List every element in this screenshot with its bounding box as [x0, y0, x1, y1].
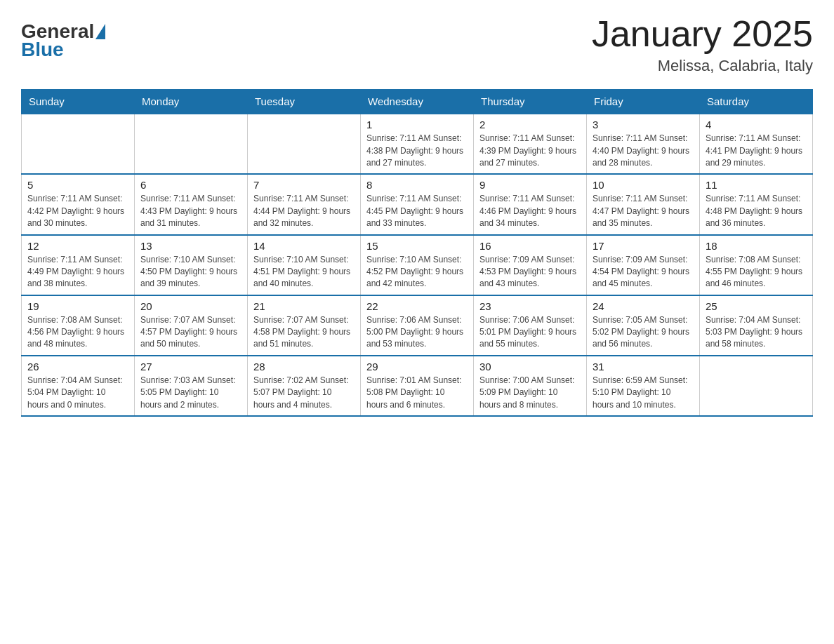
day-info: Sunrise: 7:10 AM Sunset: 4:50 PM Dayligh… [140, 254, 241, 290]
day-info: Sunrise: 7:11 AM Sunset: 4:48 PM Dayligh… [706, 193, 807, 229]
day-info: Sunrise: 7:08 AM Sunset: 4:55 PM Dayligh… [706, 254, 807, 290]
day-number: 31 [593, 361, 694, 373]
table-row: 8Sunrise: 7:11 AM Sunset: 4:45 PM Daylig… [361, 174, 474, 234]
day-info: Sunrise: 7:11 AM Sunset: 4:44 PM Dayligh… [253, 193, 355, 229]
table-row: 21Sunrise: 7:07 AM Sunset: 4:58 PM Dayli… [248, 295, 361, 356]
logo: General Blue [21, 21, 105, 61]
day-number: 13 [140, 240, 241, 252]
table-row: 4Sunrise: 7:11 AM Sunset: 4:41 PM Daylig… [700, 114, 813, 174]
day-info: Sunrise: 7:04 AM Sunset: 5:03 PM Dayligh… [706, 314, 807, 351]
table-row: 22Sunrise: 7:06 AM Sunset: 5:00 PM Dayli… [361, 295, 474, 356]
table-row: 3Sunrise: 7:11 AM Sunset: 4:40 PM Daylig… [587, 114, 700, 174]
col-friday: Friday [587, 90, 700, 114]
day-info: Sunrise: 7:01 AM Sunset: 5:08 PM Dayligh… [366, 375, 468, 411]
table-row: 10Sunrise: 7:11 AM Sunset: 4:47 PM Dayli… [587, 174, 700, 234]
day-number: 4 [706, 119, 807, 130]
day-number: 30 [479, 361, 581, 373]
day-info: Sunrise: 7:11 AM Sunset: 4:47 PM Dayligh… [593, 193, 694, 229]
table-row: 31Sunrise: 6:59 AM Sunset: 5:10 PM Dayli… [587, 356, 700, 416]
logo-triangle-icon [95, 24, 105, 39]
table-row [22, 114, 135, 174]
day-info: Sunrise: 7:11 AM Sunset: 4:41 PM Dayligh… [706, 133, 807, 169]
day-number: 2 [479, 119, 581, 130]
calendar-week-row: 19Sunrise: 7:08 AM Sunset: 4:56 PM Dayli… [22, 295, 813, 356]
day-info: Sunrise: 7:11 AM Sunset: 4:40 PM Dayligh… [593, 133, 694, 169]
day-number: 9 [479, 179, 581, 191]
day-info: Sunrise: 7:06 AM Sunset: 5:00 PM Dayligh… [366, 314, 468, 351]
table-row: 9Sunrise: 7:11 AM Sunset: 4:46 PM Daylig… [474, 174, 587, 234]
page-header: General Blue January 2025 Melissa, Calab… [21, 14, 813, 75]
day-number: 26 [27, 361, 128, 373]
table-row: 7Sunrise: 7:11 AM Sunset: 4:44 PM Daylig… [248, 174, 361, 234]
calendar-header-row: Sunday Monday Tuesday Wednesday Thursday… [22, 90, 813, 114]
table-row [135, 114, 248, 174]
day-info: Sunrise: 7:07 AM Sunset: 4:58 PM Dayligh… [253, 314, 355, 351]
day-number: 27 [140, 361, 241, 373]
day-info: Sunrise: 7:07 AM Sunset: 4:57 PM Dayligh… [140, 314, 241, 351]
day-info: Sunrise: 7:11 AM Sunset: 4:39 PM Dayligh… [479, 133, 581, 169]
table-row: 6Sunrise: 7:11 AM Sunset: 4:43 PM Daylig… [135, 174, 248, 234]
calendar-week-row: 26Sunrise: 7:04 AM Sunset: 5:04 PM Dayli… [22, 356, 813, 416]
day-info: Sunrise: 7:08 AM Sunset: 4:56 PM Dayligh… [27, 314, 128, 351]
day-number: 16 [479, 240, 581, 252]
day-number: 12 [27, 240, 128, 252]
table-row: 17Sunrise: 7:09 AM Sunset: 4:54 PM Dayli… [587, 235, 700, 295]
table-row: 19Sunrise: 7:08 AM Sunset: 4:56 PM Dayli… [22, 295, 135, 356]
day-number: 15 [366, 240, 468, 252]
day-info: Sunrise: 7:11 AM Sunset: 4:45 PM Dayligh… [366, 193, 468, 229]
calendar-week-row: 1Sunrise: 7:11 AM Sunset: 4:38 PM Daylig… [22, 114, 813, 174]
table-row: 13Sunrise: 7:10 AM Sunset: 4:50 PM Dayli… [135, 235, 248, 295]
table-row: 23Sunrise: 7:06 AM Sunset: 5:01 PM Dayli… [474, 295, 587, 356]
day-info: Sunrise: 7:04 AM Sunset: 5:04 PM Dayligh… [27, 375, 128, 411]
day-number: 14 [253, 240, 355, 252]
day-number: 17 [593, 240, 694, 252]
day-info: Sunrise: 7:00 AM Sunset: 5:09 PM Dayligh… [479, 375, 581, 411]
day-number: 28 [253, 361, 355, 373]
table-row: 2Sunrise: 7:11 AM Sunset: 4:39 PM Daylig… [474, 114, 587, 174]
col-wednesday: Wednesday [361, 90, 474, 114]
day-info: Sunrise: 7:11 AM Sunset: 4:42 PM Dayligh… [27, 193, 128, 229]
day-number: 25 [706, 300, 807, 312]
calendar-subtitle: Melissa, Calabria, Italy [592, 57, 813, 75]
title-block: January 2025 Melissa, Calabria, Italy [592, 14, 813, 75]
table-row: 29Sunrise: 7:01 AM Sunset: 5:08 PM Dayli… [361, 356, 474, 416]
day-info: Sunrise: 7:11 AM Sunset: 4:43 PM Dayligh… [140, 193, 241, 229]
day-number: 29 [366, 361, 468, 373]
day-number: 7 [253, 179, 355, 191]
table-row [700, 356, 813, 416]
day-number: 21 [253, 300, 355, 312]
day-number: 22 [366, 300, 468, 312]
day-number: 8 [366, 179, 468, 191]
table-row [248, 114, 361, 174]
table-row: 20Sunrise: 7:07 AM Sunset: 4:57 PM Dayli… [135, 295, 248, 356]
day-info: Sunrise: 7:09 AM Sunset: 4:53 PM Dayligh… [479, 254, 581, 290]
table-row: 25Sunrise: 7:04 AM Sunset: 5:03 PM Dayli… [700, 295, 813, 356]
calendar-table: Sunday Monday Tuesday Wednesday Thursday… [21, 89, 813, 417]
calendar-week-row: 5Sunrise: 7:11 AM Sunset: 4:42 PM Daylig… [22, 174, 813, 234]
table-row: 16Sunrise: 7:09 AM Sunset: 4:53 PM Dayli… [474, 235, 587, 295]
table-row: 1Sunrise: 7:11 AM Sunset: 4:38 PM Daylig… [361, 114, 474, 174]
day-number: 20 [140, 300, 241, 312]
day-number: 18 [706, 240, 807, 252]
day-number: 11 [706, 179, 807, 191]
day-number: 1 [366, 119, 468, 130]
table-row: 5Sunrise: 7:11 AM Sunset: 4:42 PM Daylig… [22, 174, 135, 234]
table-row: 12Sunrise: 7:11 AM Sunset: 4:49 PM Dayli… [22, 235, 135, 295]
day-number: 19 [27, 300, 128, 312]
col-thursday: Thursday [474, 90, 587, 114]
table-row: 11Sunrise: 7:11 AM Sunset: 4:48 PM Dayli… [700, 174, 813, 234]
day-info: Sunrise: 7:09 AM Sunset: 4:54 PM Dayligh… [593, 254, 694, 290]
col-tuesday: Tuesday [248, 90, 361, 114]
day-number: 5 [27, 179, 128, 191]
day-info: Sunrise: 7:11 AM Sunset: 4:38 PM Dayligh… [366, 133, 468, 169]
day-number: 24 [593, 300, 694, 312]
col-saturday: Saturday [700, 90, 813, 114]
day-info: Sunrise: 7:11 AM Sunset: 4:46 PM Dayligh… [479, 193, 581, 229]
calendar-week-row: 12Sunrise: 7:11 AM Sunset: 4:49 PM Dayli… [22, 235, 813, 295]
day-number: 23 [479, 300, 581, 312]
col-monday: Monday [135, 90, 248, 114]
day-info: Sunrise: 7:10 AM Sunset: 4:51 PM Dayligh… [253, 254, 355, 290]
day-info: Sunrise: 7:05 AM Sunset: 5:02 PM Dayligh… [593, 314, 694, 351]
table-row: 28Sunrise: 7:02 AM Sunset: 5:07 PM Dayli… [248, 356, 361, 416]
day-number: 3 [593, 119, 694, 130]
